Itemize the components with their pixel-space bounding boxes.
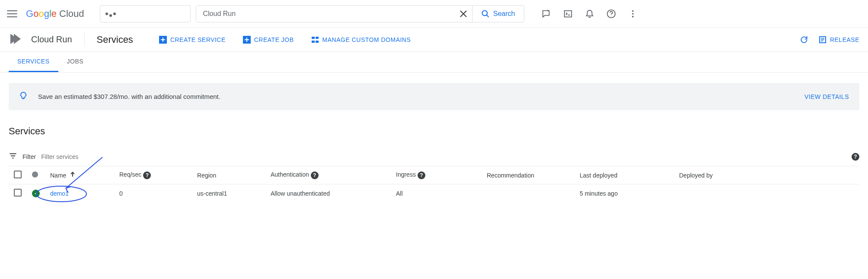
section-title: Services [9, 126, 859, 137]
table-header-row: Name Req/sec? Region Authentication? Ing… [9, 166, 859, 184]
auth-help-icon[interactable]: ? [311, 171, 319, 179]
col-last-deployed[interactable]: Last deployed [574, 166, 674, 184]
hamburger-menu-icon[interactable] [7, 9, 17, 19]
filter-row: Filter ? [9, 147, 859, 166]
col-name-label: Name [50, 172, 66, 179]
logo-cloud-text: Cloud [59, 8, 84, 19]
manage-domains-label: MANAGE CUSTOM DOMAINS [322, 36, 411, 43]
row-checkbox[interactable] [14, 189, 22, 197]
cell-recommendation [482, 184, 574, 203]
chat-icon[interactable] [542, 9, 551, 19]
col-name[interactable]: Name [45, 166, 114, 184]
create-service-button[interactable]: CREATE SERVICE [159, 36, 226, 44]
svg-rect-12 [316, 41, 319, 43]
svg-point-0 [482, 10, 487, 16]
cell-auth: Allow unauthenticated [265, 184, 391, 203]
project-dots-icon [105, 13, 116, 15]
notifications-icon[interactable] [585, 9, 594, 19]
search-input[interactable] [196, 6, 455, 22]
filter-help-icon[interactable]: ? [852, 153, 859, 161]
page-heading: Services [97, 34, 133, 45]
top-header: Google Cloud Search [0, 0, 868, 28]
cell-deployed-by [674, 184, 859, 203]
lightbulb-icon [19, 92, 28, 101]
product-name: Cloud Run [31, 35, 72, 44]
project-selector[interactable] [100, 5, 191, 22]
tab-services[interactable]: SERVICES [9, 52, 58, 72]
more-icon[interactable] [628, 9, 638, 19]
col-region[interactable]: Region [192, 166, 265, 184]
banner-view-details-link[interactable]: VIEW DETAILS [804, 93, 849, 100]
plus-icon [243, 36, 251, 44]
service-name-link[interactable]: demo1 [50, 190, 69, 197]
svg-rect-9 [312, 37, 315, 39]
refresh-icon[interactable] [800, 35, 808, 44]
svg-point-4 [632, 10, 634, 12]
services-table: Name Req/sec? Region Authentication? Ing… [9, 166, 859, 202]
svg-rect-10 [316, 37, 319, 39]
header-icons [542, 9, 638, 19]
search-icon [481, 10, 490, 18]
cell-last-deployed: 5 minutes ago [574, 184, 674, 203]
svg-point-5 [632, 13, 634, 15]
google-cloud-logo[interactable]: Google Cloud [26, 8, 84, 19]
status-ok-icon: ✓ [32, 190, 40, 197]
table-row[interactable]: ✓ demo1 0 us-central1 Allow unauthentica… [9, 184, 859, 203]
tab-jobs[interactable]: JOBS [58, 52, 93, 72]
search-button[interactable]: Search [472, 6, 524, 22]
col-ingress[interactable]: Ingress? [391, 166, 482, 184]
divider [84, 33, 85, 47]
search-button-label: Search [493, 10, 515, 18]
req-help-icon[interactable]: ? [143, 171, 151, 179]
content: Save an estimated $307.28/mo. with an ad… [0, 73, 868, 212]
cell-req: 0 [114, 184, 192, 203]
status-header-icon [32, 171, 38, 178]
sort-ascending-icon [70, 172, 76, 179]
ingress-help-icon[interactable]: ? [418, 171, 425, 179]
cloud-shell-icon[interactable] [563, 9, 573, 19]
filter-label: Filter [22, 153, 36, 160]
search-clear-icon[interactable] [455, 5, 472, 22]
search-container: Search [196, 5, 524, 22]
manage-domains-button[interactable]: MANAGE CUSTOM DOMAINS [311, 36, 411, 44]
cloud-run-icon [9, 31, 24, 48]
savings-banner: Save an estimated $307.28/mo. with an ad… [9, 83, 859, 110]
tabs: SERVICES JOBS [0, 52, 868, 73]
col-recommendation[interactable]: Recommendation [482, 166, 574, 184]
svg-point-6 [632, 16, 634, 17]
domains-icon [311, 36, 319, 44]
cell-ingress: All [391, 184, 482, 203]
notes-icon [819, 36, 827, 44]
filter-icon [9, 152, 17, 162]
create-job-button[interactable]: CREATE JOB [243, 36, 294, 44]
select-all-checkbox[interactable] [14, 171, 22, 178]
col-auth[interactable]: Authentication? [265, 166, 391, 184]
banner-text: Save an estimated $307.28/mo. with an ad… [38, 93, 804, 100]
help-icon[interactable] [606, 9, 616, 19]
release-label: RELEASE [830, 36, 859, 43]
svg-rect-11 [312, 41, 315, 43]
svg-line-1 [486, 15, 488, 17]
cell-region: us-central1 [192, 184, 265, 203]
filter-input[interactable] [41, 153, 845, 160]
plus-icon [159, 36, 167, 44]
sub-header: Cloud Run Services CREATE SERVICE CREATE… [0, 28, 868, 52]
release-notes-button[interactable]: RELEASE [819, 36, 859, 44]
col-req[interactable]: Req/sec? [114, 166, 192, 184]
svg-rect-2 [564, 10, 571, 17]
create-job-label: CREATE JOB [254, 36, 294, 43]
create-service-label: CREATE SERVICE [170, 36, 226, 43]
col-deployed-by[interactable]: Deployed by [674, 166, 859, 184]
